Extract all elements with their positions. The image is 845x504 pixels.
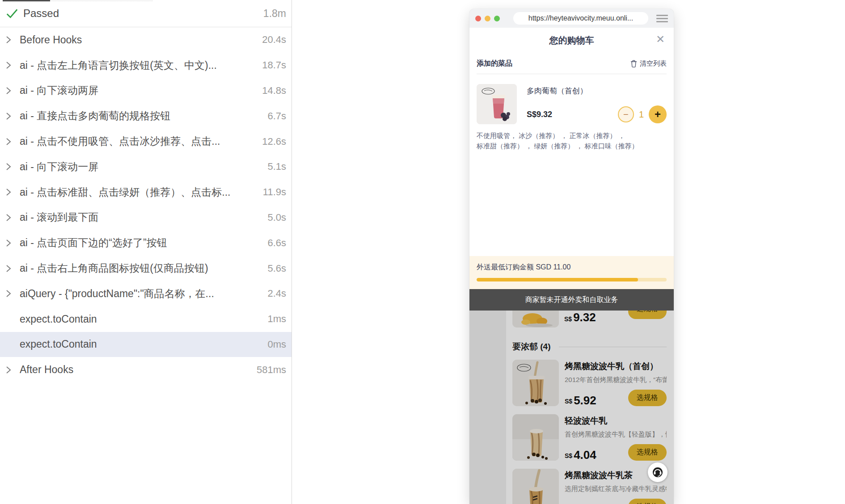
step-ai-click-standard-sweet[interactable]: ai - 点击标准甜、点击绿妍（推荐）、点击标... 11.9s [0,180,292,205]
traffic-light-minimize[interactable] [485,16,490,21]
close-icon[interactable]: ✕ [656,34,665,45]
modal-dim-overlay [469,311,674,504]
test-summary-row[interactable]: Passed 1.8m [0,0,292,27]
headset-icon [652,466,663,478]
traffic-light-close[interactable] [475,16,481,21]
chevron-right-icon[interactable] [5,87,20,95]
step-ai-scroll-two-screens[interactable]: ai - 向下滚动两屏 14.8s [0,78,292,104]
chevron-right-icon[interactable] [5,112,20,120]
chevron-right-icon[interactable] [5,188,20,196]
cart-item-image-grape-drink [477,84,517,124]
traffic-light-zoom[interactable] [494,16,500,21]
chevron-right-icon[interactable] [5,239,20,247]
cart-header: 您的购物车 ✕ [469,28,674,53]
cart-title: 您的购物车 [549,34,594,46]
clear-cart-button[interactable]: 清空列表 [630,59,667,68]
chevron-right-icon[interactable] [5,61,20,69]
order-progress-track [477,278,667,281]
test-status-label: Passed [23,7,258,20]
panel-top-line [50,0,153,2]
test-total-duration: 1.8m [263,8,286,20]
step-expect-tocontain-1[interactable]: expect.toContain 1ms [0,307,292,332]
added-items-label: 添加的菜品 [477,59,512,68]
step-after-hooks[interactable]: After Hooks 581ms [0,357,292,382]
step-expect-tocontain-2-selected[interactable]: expect.toContain 0ms [0,332,292,357]
chevron-right-icon[interactable] [5,366,20,374]
browser-preview-window: https://heyteavivocity.meuu.onli... 您的购物… [469,9,674,504]
quantity-decrease-button[interactable]: − [618,106,634,122]
minimum-order-section: 外送最低订购金额 SGD 11.00 [469,256,674,289]
chevron-right-icon[interactable] [5,265,20,273]
chevron-right-icon[interactable] [5,138,20,146]
step-ai-click-product-icon[interactable]: ai - 点击右上角商品图标按钮(仅商品按钮) 5.6s [0,256,292,281]
trash-icon [630,60,637,67]
tab-indicator [3,0,50,3]
order-progress-fill [477,278,638,281]
quantity-value: 1 [639,109,644,120]
chevron-right-icon[interactable] [5,36,20,44]
step-ai-language-switch[interactable]: ai - 点击左上角语言切换按钮(英文、中文)... 18.7s [0,53,292,78]
customer-service-button[interactable] [648,462,668,482]
passed-check-icon [5,7,19,20]
menu-page-background: S$9.32 选规格 要浓郁 (4) [469,311,674,504]
step-ai-click-spec-button[interactable]: ai - 直接点击多肉葡萄的规格按钮 6.7s [0,103,292,129]
cart-item-price: S$9.32 [527,110,552,119]
minimum-order-text: 外送最低订购金额 SGD 11.00 [477,263,667,272]
chevron-right-icon[interactable] [5,290,20,298]
step-before-hooks[interactable]: Before Hooks 20.4s [0,27,292,53]
chevron-right-icon[interactable] [5,214,20,222]
step-ai-scroll-one-screen[interactable]: ai - 向下滚动一屏 5.1s [0,154,292,180]
cart-items-section-header: 添加的菜品 清空列表 [469,53,674,74]
cart-item: 多肉葡萄（首创） S$9.32 − 1 + [469,74,674,124]
step-aiquery-productname[interactable]: aiQuery - {"productName":"商品名称，在... 2.4s [0,281,292,307]
step-ai-click-no-straw[interactable]: ai - 点击不使用吸管、点击冰沙推荐、点击... 12.6s [0,129,292,154]
store-closed-banner: 商家暂未开通外卖和自取业务 [469,289,674,311]
hamburger-menu-icon[interactable] [656,15,668,22]
browser-chrome-bar: https://heyteavivocity.meuu.onli... [469,9,674,28]
step-ai-click-done-button[interactable]: ai - 点击页面下边的“选好了”按钮 6.6s [0,230,292,256]
quantity-increase-button[interactable]: + [649,105,667,123]
cart-item-options: 不使用吸管， 冰沙（推荐） ， 正常冰（推荐） ， 标准甜（推荐） ， 绿妍（推… [469,124,674,151]
url-bar[interactable]: https://heyteavivocity.meuu.onli... [513,12,648,25]
chevron-right-icon[interactable] [5,163,20,171]
test-report-panel: Passed 1.8m Before Hooks 20.4s ai - 点击左上… [0,0,292,504]
step-ai-scroll-to-bottom[interactable]: ai - 滚动到最下面 5.0s [0,205,292,231]
cart-item-name: 多肉葡萄（首创） [527,86,667,96]
